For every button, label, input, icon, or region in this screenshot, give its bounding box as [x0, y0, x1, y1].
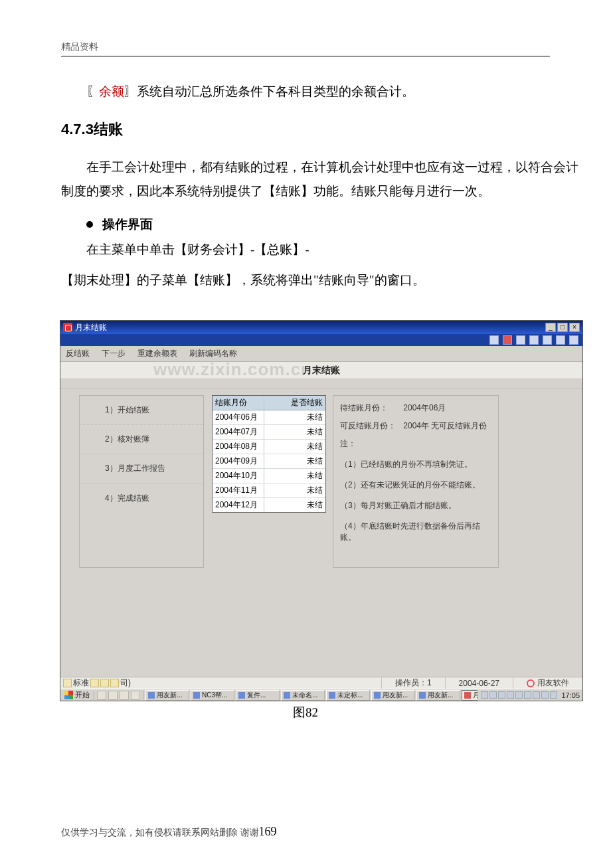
task-button[interactable]: 用友新...	[371, 690, 415, 701]
band-title: www.zixin.com.cn 月末结账	[60, 362, 582, 379]
step-item[interactable]: 3）月度工作报告	[80, 454, 203, 483]
grid-cell[interactable]: 2004年06月	[213, 410, 264, 424]
figure-caption: 图82	[0, 704, 611, 721]
close-button[interactable]: ×	[569, 323, 580, 332]
status-brand: 用友软件	[513, 677, 582, 689]
task-button[interactable]: 用友新...	[145, 690, 189, 701]
status-icon	[110, 679, 119, 687]
task-button[interactable]: NC3帮...	[191, 690, 234, 701]
note-item: （4）年底结账时先进行数据备份后再结账。	[340, 521, 491, 543]
status-left-suffix: 司)	[120, 677, 131, 689]
grid-cell[interactable]: 2004年08月	[213, 440, 264, 454]
toolbar-icon[interactable]	[503, 335, 512, 345]
step-item[interactable]: 2）核对账簿	[80, 425, 203, 454]
tray-icon[interactable]	[489, 691, 497, 699]
reverse-month-label: 可反结账月份：	[340, 420, 396, 432]
tray-icon[interactable]	[515, 691, 523, 699]
page-footer: 仅供学习与交流，如有侵权请联系网站删除 谢谢169	[61, 825, 277, 839]
status-icon	[100, 679, 109, 687]
ql-icon[interactable]	[131, 691, 140, 700]
tray-clock: 17:05	[559, 691, 580, 699]
balance-keyword: 余额	[99, 84, 124, 98]
task-button-active[interactable]: 月末结账	[462, 690, 478, 701]
tray-icon[interactable]	[541, 691, 549, 699]
yonyou-icon	[527, 679, 535, 687]
toolbar-icon[interactable]	[569, 335, 578, 345]
task-button[interactable]: 复件...	[236, 690, 280, 701]
toolbar-icon[interactable]	[529, 335, 539, 345]
taskbar: 开始 用友新... NC3帮... 复件... 未命名... 未定标... 用友…	[60, 689, 582, 701]
grid-header-month: 结账月份	[213, 396, 264, 410]
toolbar-icon[interactable]	[543, 335, 552, 345]
watermark: www.zixin.com.cn	[153, 359, 312, 380]
start-button[interactable]: 开始	[60, 690, 94, 700]
status-bar: 标准 司) 操作员：1 2004-06-27 用友软件	[60, 677, 582, 689]
bullet-label: 操作界面	[102, 213, 153, 236]
screenshot-window: 月末结账 _ □ × 反结账 下一步 重建余额表 刷新编码名称 www.zixi…	[60, 320, 583, 701]
grid-cell: 未结	[264, 483, 325, 497]
step-item[interactable]: 1）开始结账	[80, 396, 203, 425]
task-button[interactable]: 未定标...	[326, 690, 370, 701]
task-button[interactable]: 未命名...	[281, 690, 325, 701]
paragraph-menu-path-1: 在主菜单中单击【财务会计】-【总账】-	[61, 238, 578, 262]
tray-icon[interactable]	[524, 691, 531, 699]
balance-desc: 〗系统自动汇总所选条件下各科目类型的余额合计。	[124, 84, 414, 98]
bracket-open: 〖	[86, 84, 99, 98]
bullet-operation-ui: 操作界面	[86, 213, 578, 236]
menu-next[interactable]: 下一步	[102, 348, 126, 359]
paragraph-intro: 在手工会计处理中，都有结账的过程，在计算机会计处理中也应有这一过程，以符合会计制…	[61, 155, 578, 203]
grid-cell[interactable]: 2004年12月	[213, 498, 264, 512]
page-header: 精品资料	[61, 41, 550, 56]
status-icon	[90, 679, 99, 687]
month-grid: 结账月份 是否结账 2004年06月未结 2004年07月未结 2004年08月…	[212, 395, 326, 513]
pending-month-value: 2004年06月	[403, 402, 446, 414]
task-button[interactable]: 用友新...	[416, 690, 460, 701]
ql-icon[interactable]	[97, 691, 106, 700]
info-panel: 待结账月份： 2004年06月 可反结账月份： 2004年 无可反结账月份 注：…	[333, 395, 499, 568]
toolbar-icon[interactable]	[516, 335, 525, 345]
tray-icon[interactable]	[498, 691, 505, 699]
grid-cell[interactable]: 2004年10月	[213, 469, 264, 483]
maximize-button[interactable]: □	[557, 323, 568, 332]
action-menu: 反结账 下一步 重建余额表 刷新编码名称	[60, 346, 582, 362]
note-item: （3）每月对账正确后才能结账。	[340, 500, 491, 511]
status-operator: 操作员：1	[381, 677, 445, 689]
tray-icon[interactable]	[533, 691, 540, 699]
system-tray: 17:05	[478, 691, 582, 699]
document-body: 〖余额〗系统自动汇总所选条件下各科目类型的余额合计。 4.7.3结账 在手工会计…	[61, 80, 578, 292]
grid-cell[interactable]: 2004年09月	[213, 454, 264, 468]
minimize-button[interactable]: _	[545, 323, 556, 332]
grid-cell: 未结	[264, 425, 325, 439]
grid-cell: 未结	[264, 440, 325, 454]
status-left-text: 标准	[73, 677, 89, 689]
grid-cell[interactable]: 2004年07月	[213, 425, 264, 439]
step-item[interactable]: 4）完成结账	[80, 483, 203, 513]
menu-unsettle[interactable]: 反结账	[66, 348, 90, 359]
menu-refresh[interactable]: 刷新编码名称	[189, 348, 237, 359]
paragraph-menu-path-2: 【期末处理】的子菜单【结账】，系统将弹出"结账向导"的窗口。	[61, 268, 578, 292]
grid-cell: 未结	[264, 498, 325, 512]
separator-strip	[60, 379, 582, 389]
ql-icon[interactable]	[108, 691, 118, 700]
note-item: （2）还有未记账凭证的月份不能结账。	[340, 479, 491, 491]
grid-cell: 未结	[264, 410, 325, 424]
notes-label: 注：	[340, 438, 491, 450]
tray-icon[interactable]	[507, 691, 514, 699]
grid-cell[interactable]: 2004年11月	[213, 483, 264, 497]
window-titlebar: 月末结账 _ □ ×	[60, 321, 582, 334]
tray-icon[interactable]	[481, 691, 488, 699]
footer-text: 仅供学习与交流，如有侵权请联系网站删除 谢谢	[61, 827, 259, 837]
task-buttons: 用友新... NC3帮... 复件... 未命名... 未定标... 用友新..…	[143, 690, 478, 701]
section-heading: 4.7.3结账	[61, 116, 578, 143]
note-item: （1）已经结账的月份不再填制凭证。	[340, 459, 491, 470]
status-date: 2004-06-27	[445, 677, 513, 689]
windows-icon	[64, 691, 73, 699]
menu-rebuild[interactable]: 重建余额表	[137, 348, 177, 359]
grid-header-status: 是否结账	[264, 396, 325, 410]
status-icon	[63, 679, 72, 687]
tray-icon[interactable]	[550, 691, 557, 699]
ql-icon[interactable]	[120, 691, 129, 700]
app-icon	[63, 323, 72, 332]
toolbar-icon[interactable]	[556, 335, 565, 345]
toolbar-icon[interactable]	[489, 335, 499, 345]
